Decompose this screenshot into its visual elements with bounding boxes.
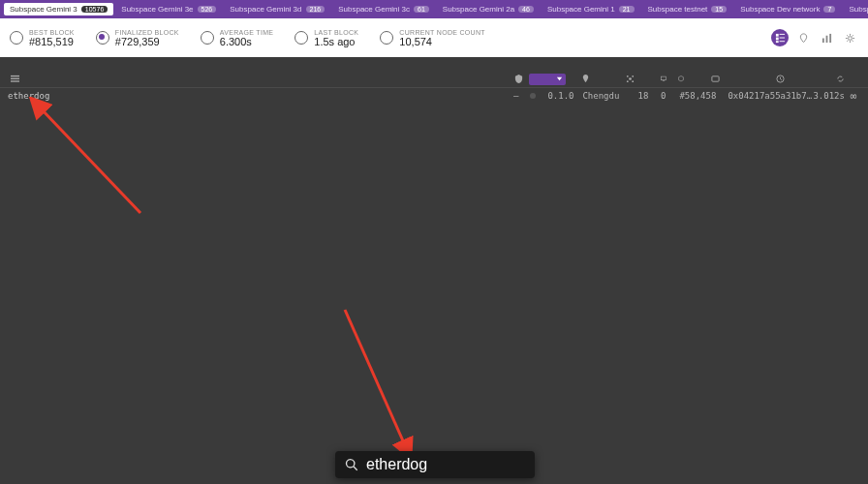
- svg-rect-1: [779, 33, 785, 34]
- svg-rect-6: [822, 38, 823, 43]
- cell-hash: 0x04217a55a31b7…: [722, 91, 807, 101]
- tab-gemini-2a[interactable]: Subspace Gemini 2a46: [437, 3, 540, 15]
- tab-dev-network[interactable]: Subspace Dev network7: [734, 3, 841, 15]
- list-view-button[interactable]: [771, 29, 789, 46]
- target-icon: [10, 31, 23, 45]
- svg-rect-11: [11, 78, 19, 79]
- map-view-button[interactable]: [794, 29, 812, 46]
- svg-line-23: [345, 310, 405, 445]
- clock-icon: [294, 31, 308, 45]
- col-location-icon[interactable]: [566, 75, 604, 83]
- svg-rect-12: [11, 80, 19, 81]
- svg-point-14: [626, 76, 628, 77]
- svg-rect-3: [779, 37, 785, 38]
- svg-rect-0: [775, 33, 778, 36]
- svg-rect-5: [779, 41, 785, 42]
- col-cube-icon[interactable]: [672, 75, 690, 83]
- clock-icon: [201, 31, 214, 45]
- stats-bar: BEST BLOCK#815,519 FINALIZED BLOCK#729,3…: [0, 18, 868, 57]
- search-box[interactable]: [335, 451, 535, 478]
- svg-line-22: [41, 108, 140, 213]
- svg-point-15: [632, 76, 634, 77]
- svg-point-13: [629, 77, 632, 80]
- menu-icon[interactable]: [8, 75, 21, 83]
- svg-rect-8: [829, 33, 831, 42]
- tab-gemini-1[interactable]: Subspace Gemini 121: [542, 3, 640, 15]
- svg-rect-4: [775, 41, 778, 43]
- svg-point-16: [626, 80, 628, 82]
- settings-button[interactable]: [841, 29, 858, 46]
- col-sync-icon[interactable]: [820, 75, 860, 83]
- svg-rect-2: [775, 37, 778, 40]
- table-row[interactable]: etherdog — 0.1.0 Chengdu 18 0 #58,458 0x…: [0, 88, 868, 104]
- svg-point-17: [632, 80, 634, 82]
- cell-dash: —: [508, 91, 524, 101]
- cell-peers: 18: [627, 91, 654, 101]
- record-icon: [96, 31, 109, 45]
- stat-finalized-block: FINALIZED BLOCK#729,359: [96, 29, 179, 47]
- col-screen-icon[interactable]: [655, 75, 672, 83]
- stat-best-block: BEST BLOCK#815,519: [10, 29, 75, 47]
- cell-time: 3.012s: [807, 91, 846, 101]
- table-spacer: [0, 57, 868, 71]
- annotation-arrow-1: [29, 97, 155, 223]
- svg-rect-18: [662, 76, 666, 80]
- svg-rect-19: [663, 80, 665, 81]
- chart-view-button[interactable]: [818, 29, 835, 46]
- cell-txs: 0: [654, 91, 671, 101]
- col-clock-icon[interactable]: [740, 75, 820, 83]
- status-dot: [530, 93, 536, 99]
- svg-point-9: [848, 36, 852, 40]
- cell-version: 0.1.0: [542, 91, 576, 101]
- annotation-arrow-2: [337, 305, 424, 460]
- col-sort-active[interactable]: [529, 74, 566, 85]
- col-network-icon[interactable]: [604, 75, 655, 83]
- svg-rect-10: [11, 76, 19, 76]
- svg-rect-20: [711, 76, 718, 81]
- tab-gemini-3c[interactable]: Subspace Gemini 3c61: [332, 3, 435, 15]
- col-shield-icon[interactable]: [509, 75, 529, 83]
- clock-icon: [380, 31, 393, 45]
- stat-average-time: AVERAGE TIME6.300s: [201, 29, 273, 47]
- stat-last-block: LAST BLOCK1.5s ago: [294, 29, 358, 47]
- node-name: etherdog: [8, 91, 49, 101]
- svg-rect-7: [825, 35, 827, 42]
- tab-testnet[interactable]: Subspace testnet15: [642, 3, 733, 15]
- tabs-bar: Subspace Gemini 310576 Subspace Gemini 3…: [0, 0, 868, 18]
- search-input[interactable]: [366, 456, 525, 473]
- search-icon: [345, 458, 358, 471]
- col-hash-icon[interactable]: [690, 75, 740, 83]
- cell-location: Chengdu: [576, 91, 627, 101]
- stat-node-count: CURRENT NODE COUNT10,574: [380, 29, 485, 47]
- tab-gemini-1b[interactable]: Subspace Gemini 12: [843, 3, 868, 15]
- tab-gemini-3[interactable]: Subspace Gemini 310576: [4, 3, 113, 15]
- cell-block: #58,458: [671, 91, 722, 101]
- tab-gemini-3e[interactable]: Subspace Gemini 3e526: [115, 3, 222, 15]
- cell-infinity: ∞: [846, 90, 860, 103]
- table-header: [0, 71, 868, 88]
- tab-gemini-3d[interactable]: Subspace Gemini 3d216: [224, 3, 330, 15]
